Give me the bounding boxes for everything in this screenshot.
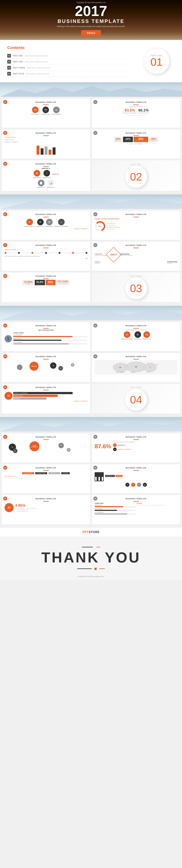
footer-copyright: Copyright @ http://www.pptstore.net [78,576,104,577]
pf-prog-3: ILLUSTRATOR [95,512,136,515]
icon-illustrator: Ai ILLUSTRATOR [52,106,61,115]
orange-bar-pt4-04 [133,470,139,471]
stat-boxes-04: 30% WINDOWS 24% PHOTOSHOP 64% ADOBE ILLU… [95,137,178,142]
slide-pt2-badge-02: 02 [94,212,97,216]
windows-small-icon: W [113,443,116,447]
qr-cell-4 [100,473,102,477]
world-map: NORTH AMERICA EUROPE 16.6% CHINA [95,360,178,375]
line-5 [60,253,72,253]
slides-grid-part-three: 01 BUSINESS TEMPLATE SELF INTRODUCTION 👤… [0,320,182,417]
svg-point-11 [150,367,150,368]
dot-5 [59,252,60,254]
slides-grid-part-one: 01 BUSINESS TEMPLATE Ps PHOTOSHOP 📷 POWE… [0,97,182,194]
slide-row-pt4-3: 05 BUSINESS TEMPLATE Ai 4.85% PHOTOSHOP … [2,495,180,524]
pptstore-logo: PPTSTORE [82,530,100,534]
powerpoint-label-03: POWER POINT [4,139,87,140]
right-desc: Click here to add your description text … [137,504,178,506]
contents-item-3: 03 PART THREE Click here to add your tex… [7,65,131,71]
slide-part-four: PART FOUR 04 [92,384,180,413]
qr-labels: WINDOWS 10 GOOGLE Scan the QR code to vi… [105,475,178,479]
bigstat-num: 87.6% [95,443,111,450]
slide-row-2: 03 BUSINESS TEMPLATE PHOTOSHOP CS4 POWER… [2,129,180,158]
orange-bar-pt2-04 [133,248,139,248]
qr-cell-1 [95,473,97,477]
progress-group: POWER POINT WINDOWS 10 PHOTOSHOP [95,503,178,516]
bubble-illustrator-label: Ai [53,365,54,366]
illustrator-label: ILLUSTRATOR [52,114,61,115]
part-two-text: PART TWO [131,163,141,165]
qr-cell-8 [99,477,100,481]
slide-row-pt2-3: 05 BUSINESS TEMPLATE 72.56% CHROME 35.6%… [2,273,180,302]
bubble-google-label: GOOGLE [31,366,37,367]
hero-section: Copyright @ http://www.pptstore.net 2017… [0,0,182,40]
svg-marker-16 [0,421,182,432]
part-four-text: PART FOUR [130,386,142,388]
dot-7 [85,252,87,254]
slide-pt2-title-04: BUSINESS TEMPLATE [95,244,178,246]
slide-pt3-title-04: BUSINESS TEMPLATE [95,356,178,358]
slide-pt2-badge-01: 01 [3,212,7,216]
tag-google: GOOGLE [61,472,70,474]
prog-3: PHOTOSHOP [13,342,87,344]
icon-chrome2: G GOOGLE CHROME [121,331,133,340]
win2-2-label: WINDOWS 10 [45,226,53,227]
icon-win3-2: W WINDOWS 10 [142,331,151,340]
part-three-circle: 03 [125,278,147,299]
qr-row: WINDOWS 10 GOOGLE Scan the QR code to vi… [95,472,178,481]
orange-bar-pt3-04 [133,359,139,360]
slide-pt4-01-circles: 01 BUSINESS TEMPLATE ADOBE ILLUSTRATOR P… [2,433,90,462]
pf-prog-fill-3 [95,514,127,515]
pf-prog-track-1 [95,506,136,507]
ty-line-dark [77,568,92,569]
ppt-box-label: ILLUSTRATOR [58,282,68,284]
stat4-desc2: ✓ Add description here [15,510,87,512]
adobe-stat-label: ADOBE ILLUSTRATOR [118,449,131,450]
stat-adobe-num: 64% [135,137,147,140]
part-two-circle: 02 [125,166,147,188]
social-icons: f t in g [95,483,178,487]
bar-4 [49,150,52,155]
strengths-desc: Click here to add text [95,255,107,256]
bubble-ps-label: PS [11,446,13,448]
stat4-label: PHOTOSHOP CS4 — Click to add your text [15,507,87,509]
donut-row: 60% ▰ WINDOWS 10 ▰ PHOTOSHOP ▰ ADOBE ILL… [95,221,178,232]
qr-cell-6 [95,477,97,481]
icon-remote2: R REMOTE 6.5 [36,219,44,227]
social-icon-2: t [131,483,135,487]
bar-3 [45,147,48,155]
pf-prog-track-2 [95,510,136,511]
slide-pt4-title-03: BUSINESS TEMPLATE [4,467,87,469]
slide-pt2-badge-03: 03 [3,243,7,247]
bubble-g: G [13,448,18,453]
slide-pt4-badge-02: 02 [94,435,97,439]
slide-pt2-badge-04: 04 [94,243,97,247]
orange-bar-pt3-01 [43,328,49,329]
bubble-small2-label: W [60,368,61,369]
contents-item-1: 01 PART ONE Click here to add your text [7,53,131,59]
thank-you-line [77,568,105,570]
slide-pt3-badge-05: 05 [3,385,7,389]
orange-bar-03 [43,135,49,136]
icon-win4: 📊 WINDOWS 10 [47,180,55,188]
slide-row-pt4-1: 01 BUSINESS TEMPLATE ADOBE ILLUSTRATOR P… [2,433,180,462]
slide-pt3-04-worldmap: 04 BUSINESS TEMPLATE NORTH AMERICA EUROP… [92,353,180,382]
hero-buy-button[interactable]: 我要购买 [81,30,101,36]
contents-item-2: 02 PART TWO Click here to add your text [7,59,131,65]
small-4pct-row: Ai 4.85% PHOTOSHOP CS4 — Click to add yo… [4,503,87,512]
hero-year: 2017 [75,4,107,18]
mountain-divider-4 [0,417,182,432]
prog-fill-2 [13,340,61,341]
pf-prog-label-1: WINDOWS 10 [95,504,136,506]
right-progress: GOOGLE Click here to add your descriptio… [137,503,178,506]
legend-4: ▰ REMOTE 6.5 [107,228,178,230]
ty-left-line-top [82,547,93,547]
bubble-google: GOOGLE [29,362,38,371]
stat4-desc: ✓ Add description here [15,509,87,510]
tag-row-pt4: ILLUSTRATOR POWER POINT WINDOWS 10 GOOGL… [4,472,87,474]
intro-right: JOANA JONES ILLUSTRATOR WINDOWS 10 [13,332,87,345]
slide-pt2-title-01: BUSINESS TEMPLATE [4,214,87,215]
tag-win: WINDOWS 10 [49,472,60,474]
slide-pt2-03-timeline: 03 BUSINESS TEMPLATE GOOGLE CHROME Click… [2,242,90,271]
chrome2-label: GOOGLE CHROME [121,338,133,340]
slide-title-04: BUSINESS TEMPLATE [95,132,178,134]
